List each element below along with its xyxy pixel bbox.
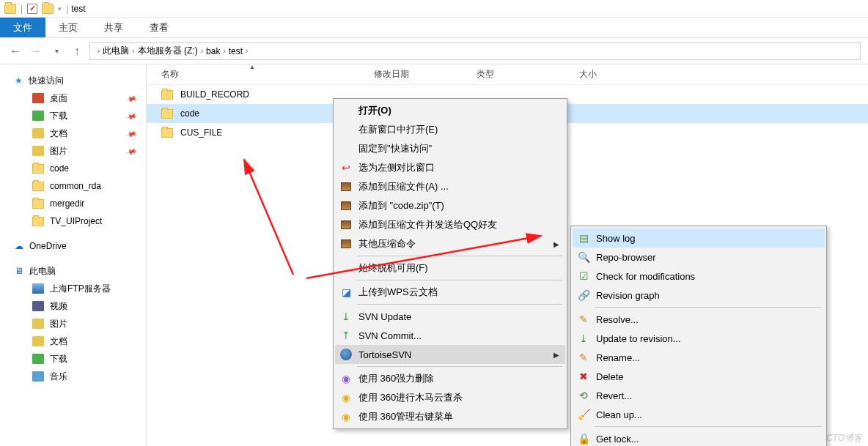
submenu-cleanup[interactable]: 🧹Clean up... bbox=[573, 405, 825, 424]
lock-icon: 🔒 bbox=[577, 432, 590, 445]
documents-icon bbox=[32, 128, 44, 138]
menu-360-trojan-scan[interactable]: ◉使用 360进行木马云查杀 bbox=[335, 388, 565, 407]
submenu-repo-browser[interactable]: 🔍Repo-browser bbox=[573, 248, 825, 267]
menu-svn-update[interactable]: ⤓SVN Update bbox=[335, 307, 565, 326]
column-date[interactable]: 修改日期 bbox=[374, 68, 477, 81]
resolve-icon: ✎ bbox=[577, 313, 590, 326]
quick-access-toolbar: | ✓ ▾ | bbox=[4, 4, 68, 14]
onedrive-icon: ☁ bbox=[15, 241, 23, 251]
sidebar-common-rda[interactable]: common_rda bbox=[0, 177, 146, 195]
chevron-down-icon[interactable]: ▾ bbox=[58, 5, 62, 12]
menu-upload-wps[interactable]: ◪上传到WPS云文档 bbox=[335, 283, 565, 302]
menu-item-label: Delete bbox=[596, 371, 624, 382]
sidebar-pictures2[interactable]: 图片 bbox=[0, 315, 146, 332]
sidebar-item-label: 音乐 bbox=[50, 371, 67, 383]
submenu-revert[interactable]: ⟲Revert... bbox=[573, 386, 825, 405]
menu-item-label: 添加到压缩文件(A) ... bbox=[358, 180, 449, 193]
sidebar-tv-uiproject[interactable]: TV_UIProject bbox=[0, 212, 146, 230]
submenu-get-lock[interactable]: 🔒Get lock... bbox=[573, 429, 825, 446]
sidebar-onedrive[interactable]: ☁OneDrive bbox=[0, 237, 146, 255]
archive-icon bbox=[339, 218, 353, 231]
address-bar[interactable]: › 此电脑 › 本地服务器 (Z:) › bak › test › bbox=[89, 42, 861, 60]
folder-icon bbox=[161, 90, 173, 100]
sidebar-item-label: 文档 bbox=[50, 335, 67, 348]
chevron-right-icon[interactable]: › bbox=[223, 47, 225, 55]
music-icon bbox=[32, 371, 44, 382]
menu-add-archive[interactable]: 添加到压缩文件(A) ... bbox=[335, 177, 565, 196]
breadcrumb-root[interactable]: 此电脑 bbox=[103, 45, 129, 57]
downloads-icon bbox=[32, 354, 44, 364]
sidebar-pictures[interactable]: 图片📌 bbox=[0, 142, 146, 160]
sidebar-item-label: 文档 bbox=[50, 127, 67, 140]
submenu-delete[interactable]: ✖Delete bbox=[573, 367, 825, 386]
submenu-tortoisesvn: ▤Show log 🔍Repo-browser ☑Check for modif… bbox=[570, 226, 827, 446]
navigation-pane: ★快速访问 桌面📌 下载📌 文档📌 图片📌 code common_rda me… bbox=[0, 64, 147, 446]
menu-add-codezip[interactable]: 添加到 "code.zip"(T) bbox=[335, 196, 565, 215]
sidebar-item-label: OneDrive bbox=[29, 241, 67, 251]
up-button[interactable]: ↑ bbox=[69, 43, 85, 59]
menu-item-label: 上传到WPS云文档 bbox=[358, 286, 438, 299]
sidebar-code[interactable]: code bbox=[0, 160, 146, 177]
chevron-right-icon: ▶ bbox=[553, 240, 559, 248]
pin-icon: 📌 bbox=[125, 92, 137, 104]
submenu-resolve[interactable]: ✎Resolve... bbox=[573, 310, 825, 329]
chevron-right-icon[interactable]: › bbox=[246, 47, 248, 55]
sidebar-item-label: 上海FTP服务器 bbox=[50, 283, 111, 295]
chevron-right-icon[interactable]: › bbox=[201, 47, 203, 55]
breadcrumb-test[interactable]: test bbox=[229, 46, 243, 56]
submenu-revision-graph[interactable]: 🔗Revision graph bbox=[573, 286, 825, 305]
column-type[interactable]: 类型 bbox=[477, 68, 579, 81]
sidebar-documents2[interactable]: 文档 bbox=[0, 332, 146, 350]
chevron-right-icon[interactable]: › bbox=[98, 47, 100, 55]
menu-svn-commit[interactable]: ⤒SVN Commit... bbox=[335, 326, 565, 345]
submenu-show-log[interactable]: ▤Show log bbox=[573, 228, 825, 248]
menu-pin-quick-access[interactable]: 固定到"快速访问" bbox=[335, 139, 565, 158]
submenu-rename[interactable]: ✎Rename... bbox=[573, 348, 825, 367]
column-size[interactable]: 大小 bbox=[579, 68, 597, 81]
360-icon: ◉ bbox=[339, 391, 353, 404]
column-headers[interactable]: 名称▲ 修改日期 类型 大小 bbox=[147, 64, 868, 85]
submenu-update-revision[interactable]: ⤓Update to revision... bbox=[573, 329, 825, 348]
menu-360-force-delete[interactable]: ◉使用 360强力删除 bbox=[335, 369, 565, 388]
pin-icon: 📌 bbox=[125, 110, 137, 122]
menu-open[interactable]: 打开(O) bbox=[335, 101, 565, 120]
menu-other-compress[interactable]: 其他压缩命令▶ bbox=[335, 234, 565, 253]
breadcrumb-drive[interactable]: 本地服务器 (Z:) bbox=[138, 45, 198, 57]
column-name[interactable]: 名称▲ bbox=[161, 68, 374, 81]
breadcrumb-bak[interactable]: bak bbox=[206, 46, 220, 56]
graph-icon: 🔗 bbox=[577, 289, 590, 302]
forward-button[interactable]: → bbox=[28, 43, 44, 59]
tab-view[interactable]: 查看 bbox=[136, 18, 182, 37]
menu-compare-left[interactable]: ↩选为左侧对比窗口 bbox=[335, 158, 565, 177]
sidebar-documents[interactable]: 文档📌 bbox=[0, 124, 146, 142]
menu-open-new-window[interactable]: 在新窗口中打开(E) bbox=[335, 120, 565, 139]
folder-icon bbox=[161, 109, 173, 119]
menu-360-context-manage[interactable]: ◉使用 360管理右键菜单 bbox=[335, 407, 565, 426]
sidebar-desktop[interactable]: 桌面📌 bbox=[0, 89, 146, 107]
menu-separator bbox=[357, 304, 562, 305]
properties-checkbox-icon[interactable]: ✓ bbox=[27, 4, 37, 14]
menu-offline-available[interactable]: 始终脱机可用(F) bbox=[335, 259, 565, 278]
update-rev-icon: ⤓ bbox=[577, 332, 590, 345]
tab-share[interactable]: 共享 bbox=[91, 18, 136, 37]
sidebar-downloads2[interactable]: 下载 bbox=[0, 350, 146, 368]
sidebar-shanghai-ftp[interactable]: 上海FTP服务器 bbox=[0, 280, 146, 297]
menu-item-label: 使用 360管理右键菜单 bbox=[358, 410, 453, 423]
sidebar-music[interactable]: 音乐 bbox=[0, 368, 146, 385]
sidebar-videos[interactable]: 视频 bbox=[0, 297, 146, 315]
sidebar-downloads[interactable]: 下载📌 bbox=[0, 107, 146, 124]
sidebar-this-pc[interactable]: 🖥此电脑 bbox=[0, 262, 146, 280]
tab-home[interactable]: 主页 bbox=[45, 18, 91, 37]
submenu-check-modifications[interactable]: ☑Check for modifications bbox=[573, 267, 825, 286]
sidebar-item-label: TV_UIProject bbox=[50, 216, 102, 226]
sidebar-quick-access[interactable]: ★快速访问 bbox=[0, 72, 146, 89]
chevron-right-icon[interactable]: › bbox=[132, 47, 134, 55]
recent-dropdown-icon[interactable]: ▾ bbox=[48, 43, 65, 59]
menu-add-send-qq[interactable]: 添加到压缩文件并发送给QQ好友 bbox=[335, 215, 565, 234]
menu-tortoisesvn[interactable]: TortoiseSVN▶ bbox=[335, 345, 565, 364]
pc-icon: 🖥 bbox=[15, 266, 23, 276]
tab-file[interactable]: 文件 bbox=[0, 18, 45, 37]
titlebar: | ✓ ▾ | test bbox=[0, 0, 868, 18]
back-button[interactable]: ← bbox=[7, 43, 23, 59]
sidebar-mergedir[interactable]: mergedir bbox=[0, 195, 146, 212]
